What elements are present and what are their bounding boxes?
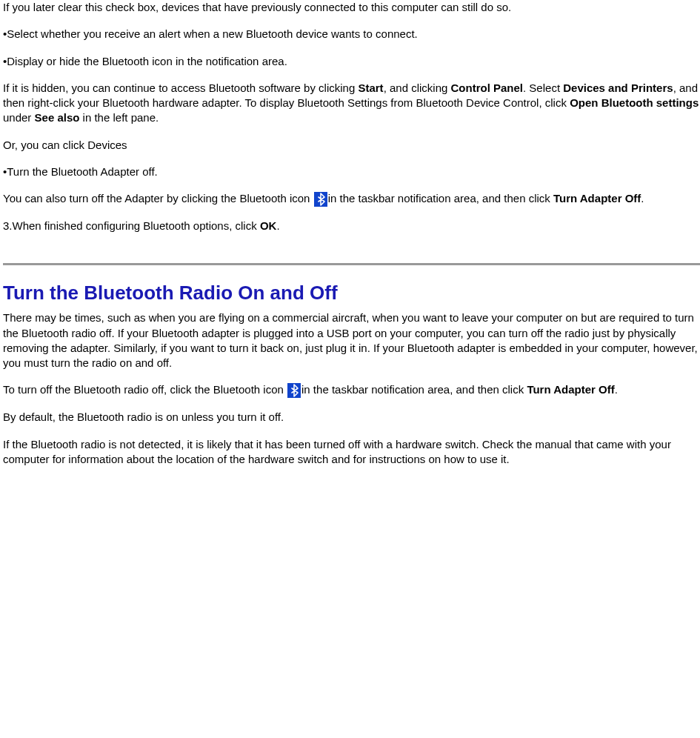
paragraph: If you later clear this check box, devic… xyxy=(3,0,700,15)
text: 3.When finished configuring Bluetooth op… xyxy=(3,219,260,232)
text-bold: Start xyxy=(358,82,383,94)
text: If it is hidden, you can continue to acc… xyxy=(3,82,358,94)
paragraph: If the Bluetooth radio is not detected, … xyxy=(3,437,700,468)
text: , and clicking xyxy=(384,82,451,94)
text-bold: Devices and Printers xyxy=(563,82,673,94)
paragraph: •Select whether you receive an alert whe… xyxy=(3,27,700,41)
text: in the taskbar notification area, and th… xyxy=(301,383,527,396)
text-bold: Control Panel xyxy=(451,82,524,94)
paragraph: •Display or hide the Bluetooth icon in t… xyxy=(3,54,700,69)
text: in the taskbar notification area, and th… xyxy=(328,192,553,205)
paragraph: 3.When finished configuring Bluetooth op… xyxy=(3,219,700,233)
bluetooth-icon xyxy=(287,383,301,398)
paragraph: Or, you can click Devices xyxy=(3,138,700,153)
paragraph: You can also turn off the Adapter by cli… xyxy=(3,191,700,207)
paragraph: •Turn the Bluetooth Adapter off. xyxy=(3,164,700,179)
text: . Select xyxy=(523,82,563,94)
bluetooth-icon xyxy=(314,192,327,207)
paragraph: By default, the Bluetooth radio is on un… xyxy=(3,410,700,425)
text: under xyxy=(3,111,35,124)
text: . xyxy=(276,219,279,232)
text-bold: Open Bluetooth settings xyxy=(570,96,699,109)
paragraph: There may be times, such as when you are… xyxy=(3,310,700,370)
text: You can also turn off the Adapter by cli… xyxy=(3,192,313,205)
text: . xyxy=(615,383,618,396)
text-bold: OK xyxy=(260,219,277,232)
paragraph: To turn off the Bluetooth radio off, cli… xyxy=(3,382,700,398)
paragraph: If it is hidden, you can continue to acc… xyxy=(3,81,700,126)
divider xyxy=(3,263,700,265)
text: To turn off the Bluetooth radio off, cli… xyxy=(3,383,287,396)
text-bold: Turn Adapter Off xyxy=(527,383,614,396)
section-heading: Turn the Bluetooth Radio On and Off xyxy=(3,280,700,306)
text-bold: See also xyxy=(35,111,80,124)
text: . xyxy=(641,192,644,205)
text: in the left pane. xyxy=(79,111,159,124)
text-bold: Turn Adapter Off xyxy=(553,192,641,205)
